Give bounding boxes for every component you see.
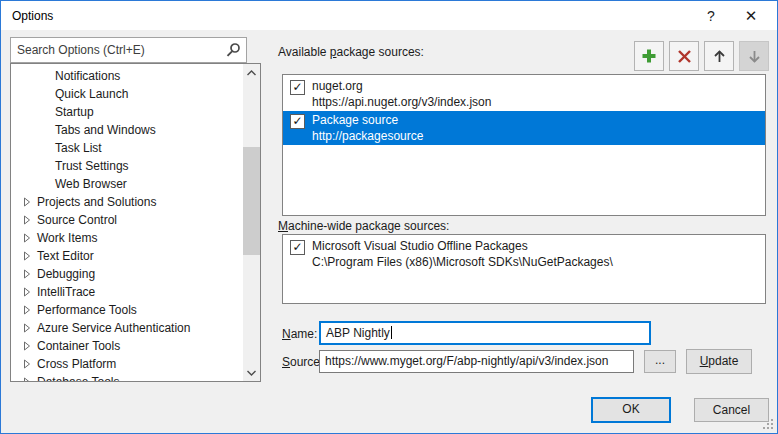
tree-item-label: Work Items — [37, 229, 97, 247]
move-down-arrow-icon — [747, 49, 762, 64]
available-sources-list: ✓nuget.orghttps://api.nuget.org/v3/index… — [282, 74, 766, 216]
tree-item-performance-tools[interactable]: Performance Tools — [11, 301, 243, 319]
tree-item-label: Azure Service Authentication — [37, 319, 190, 337]
tree-item-label: Debugging — [37, 265, 95, 283]
tree-item-trust-settings[interactable]: Trust Settings — [11, 157, 243, 175]
ok-button[interactable]: OK — [591, 397, 671, 423]
tree-item-cross-platform[interactable]: Cross Platform — [11, 355, 243, 373]
resize-grip[interactable] — [763, 419, 774, 430]
expand-chevron-icon[interactable] — [23, 287, 33, 297]
help-icon[interactable]: ? — [697, 5, 725, 27]
tree-item-label: Database Tools — [37, 373, 120, 381]
tree-item-label: Tabs and Windows — [55, 121, 156, 139]
tree-item-debugging[interactable]: Debugging — [11, 265, 243, 283]
tree-item-work-items[interactable]: Work Items — [11, 229, 243, 247]
tree-item-label: Task List — [55, 139, 102, 157]
source-field[interactable]: https://www.myget.org/F/abp-nightly/api/… — [319, 350, 634, 373]
source-url: C:\Program Files (x86)\Microsoft SDKs\Nu… — [312, 254, 613, 270]
move-down-button[interactable] — [739, 41, 769, 71]
tree-item-label: Startup — [55, 103, 94, 121]
tree-item-text-editor[interactable]: Text Editor — [11, 247, 243, 265]
machine-wide-sources-label: Machine-wide package sources: — [278, 219, 449, 233]
tree-item-label: Projects and Solutions — [37, 193, 156, 211]
tree-item-source-control[interactable]: Source Control — [11, 211, 243, 229]
tree-item-label: Cross Platform — [37, 355, 116, 373]
source-label: Source: — [282, 355, 323, 369]
tree-item-quick-launch[interactable]: Quick Launch — [11, 85, 243, 103]
scroll-down-icon[interactable] — [243, 364, 260, 381]
available-sources-label: Available package sources: — [278, 45, 424, 59]
tree-item-label: Text Editor — [37, 247, 94, 265]
tree-item-web-browser[interactable]: Web Browser — [11, 175, 243, 193]
move-up-arrow-icon — [712, 49, 727, 64]
package-source-item-microsoft-visual-studio-offline-packages[interactable]: ✓Microsoft Visual Studio Offline Package… — [283, 237, 765, 271]
checkbox-checked-icon[interactable]: ✓ — [290, 114, 305, 129]
add-plus-icon — [641, 48, 657, 64]
expand-chevron-icon[interactable] — [23, 251, 33, 261]
checkbox-checked-icon[interactable]: ✓ — [290, 80, 305, 95]
tree-item-projects-and-solutions[interactable]: Projects and Solutions — [11, 193, 243, 211]
source-url: https://api.nuget.org/v3/index.json — [312, 94, 491, 110]
tree-item-database-tools[interactable]: Database Tools — [11, 373, 243, 381]
tree-item-label: Performance Tools — [37, 301, 137, 319]
tree-item-startup[interactable]: Startup — [11, 103, 243, 121]
expand-chevron-icon[interactable] — [23, 377, 33, 381]
dialog-title: Options — [12, 9, 53, 23]
tree-item-label: Trust Settings — [55, 157, 129, 175]
source-name: Microsoft Visual Studio Offline Packages — [312, 238, 528, 254]
add-source-button[interactable] — [634, 41, 664, 71]
search-box — [10, 37, 247, 63]
remove-x-icon — [677, 49, 692, 64]
scroll-up-icon[interactable] — [243, 64, 260, 81]
dialog-frame: Options ? ✕ NotificationsQuick LaunchSta… — [0, 0, 778, 434]
close-icon[interactable]: ✕ — [737, 5, 765, 27]
name-label: Name: — [282, 327, 317, 341]
tree-item-label: IntelliTrace — [37, 283, 95, 301]
tree-item-label: Source Control — [37, 211, 117, 229]
tree-item-label: Web Browser — [55, 175, 127, 193]
expand-chevron-icon[interactable] — [23, 341, 33, 351]
tree-item-label: Notifications — [55, 67, 120, 85]
search-input[interactable] — [10, 37, 247, 63]
expand-chevron-icon[interactable] — [23, 305, 33, 315]
title-bar[interactable]: Options ? ✕ — [1, 1, 777, 30]
expand-chevron-icon[interactable] — [23, 197, 33, 207]
expand-chevron-icon[interactable] — [23, 215, 33, 225]
tree-scrollbar[interactable] — [243, 64, 260, 381]
tree-item-label: Quick Launch — [55, 85, 128, 103]
move-up-button[interactable] — [704, 41, 734, 71]
search-icon — [225, 42, 241, 58]
source-name: nuget.org — [312, 78, 363, 94]
expand-chevron-icon[interactable] — [23, 359, 33, 369]
checkbox-checked-icon[interactable]: ✓ — [290, 240, 305, 255]
options-dialog: Options ? ✕ NotificationsQuick LaunchSta… — [0, 0, 778, 434]
package-source-item-package-source[interactable]: ✓Package sourcehttp://packagesource — [283, 111, 765, 145]
browse-button[interactable]: ... — [644, 350, 676, 373]
tree-item-container-tools[interactable]: Container Tools — [11, 337, 243, 355]
expand-chevron-icon[interactable] — [23, 233, 33, 243]
tree-item-intellitrace[interactable]: IntelliTrace — [11, 283, 243, 301]
tree-item-notifications[interactable]: Notifications — [11, 67, 243, 85]
machine-wide-sources-list: ✓Microsoft Visual Studio Offline Package… — [282, 234, 766, 304]
tree-item-tabs-and-windows[interactable]: Tabs and Windows — [11, 121, 243, 139]
expand-chevron-icon[interactable] — [23, 269, 33, 279]
tree-item-label: Container Tools — [37, 337, 120, 355]
options-tree: NotificationsQuick LaunchStartupTabs and… — [10, 63, 261, 382]
tree-rows: NotificationsQuick LaunchStartupTabs and… — [11, 67, 243, 381]
tree-item-task-list[interactable]: Task List — [11, 139, 243, 157]
cancel-button[interactable]: Cancel — [694, 398, 769, 422]
expand-chevron-icon[interactable] — [23, 323, 33, 333]
remove-source-button[interactable] — [669, 41, 699, 71]
package-source-item-nuget-org[interactable]: ✓nuget.orghttps://api.nuget.org/v3/index… — [283, 77, 765, 111]
update-button[interactable]: Update — [686, 349, 752, 374]
tree-item-azure-service-authentication[interactable]: Azure Service Authentication — [11, 319, 243, 337]
name-field[interactable]: ABP Nightly — [319, 321, 651, 345]
source-name: Package source — [312, 112, 398, 128]
scrollbar-thumb[interactable] — [243, 147, 260, 255]
text-caret — [391, 326, 392, 339]
source-url: http://packagesource — [312, 128, 423, 144]
